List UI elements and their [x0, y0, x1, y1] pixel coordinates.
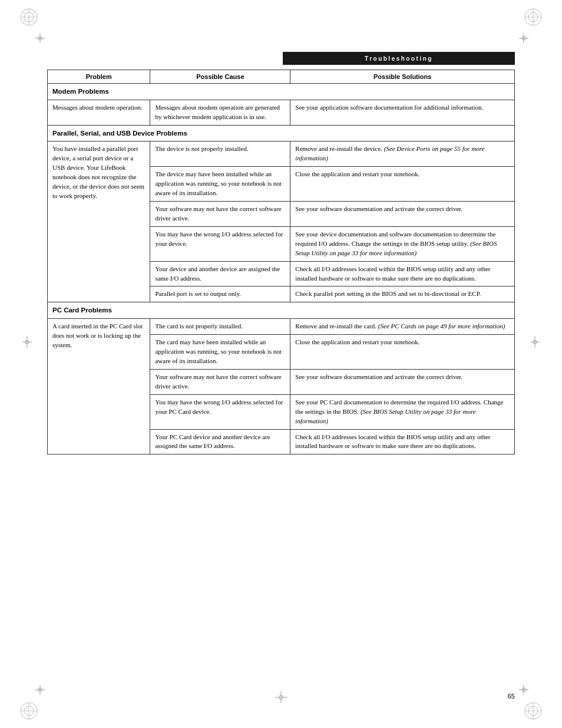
section-label-pccard: PC Card Problems: [48, 302, 515, 319]
troubleshooting-table: Problem Possible Cause Possible Solution…: [47, 70, 515, 454]
solution-cell-pccard-3: See your software documentation and acti…: [290, 369, 515, 394]
solution-cell-pccard-2: Close the application and restart your n…: [290, 335, 515, 370]
cause-cell-parallel-6: Parallel port is set to output only.: [150, 286, 290, 302]
cause-cell-parallel-5: Your device and another device are assig…: [150, 261, 290, 286]
solution-cell-pccard-5: Check all I/O addresses located within t…: [290, 429, 515, 454]
problem-cell-modem: Messages about modem operation.: [48, 100, 150, 125]
solution-italic-4: (See BIOS Setup Utility on page 33 for m…: [295, 240, 497, 256]
solution-italic-pccard-4: (See BIOS Setup Utility on page 33 for m…: [295, 408, 475, 424]
corner-decoration-tr: [522, 6, 544, 28]
bottom-center-marker: [275, 691, 287, 703]
cause-cell-pccard-3: Your software may not have the correct s…: [150, 369, 290, 394]
section-label-parallel: Parallel, Serial, and USB Device Problem…: [48, 125, 515, 141]
header-bar: Troubleshooting: [283, 52, 515, 65]
header-solution: Possible Solutions: [290, 70, 515, 84]
crosshair-br: [518, 684, 530, 696]
cause-cell-pccard-4: You may have the wrong I/O address selec…: [150, 394, 290, 429]
cause-cell-parallel-3: Your software may not have the correct s…: [150, 201, 290, 226]
crosshair-tr: [518, 32, 530, 44]
corner-decoration-bl: [18, 700, 40, 722]
table-row: Messages about modem operation. Messages…: [48, 100, 515, 125]
section-header-parallel: Parallel, Serial, and USB Device Problem…: [48, 125, 515, 141]
page: Troubleshooting Problem Possible Cause P…: [0, 0, 562, 728]
solution-cell-parallel-3: See your software documentation and acti…: [290, 201, 515, 226]
problem-cell-pccard: A card inserted in the PC Card slot does…: [48, 319, 150, 454]
cause-cell-pccard-1: The card is not properly installed.: [150, 319, 290, 335]
side-marker-left-top: [22, 336, 32, 348]
crosshair-tl: [34, 32, 46, 44]
cause-cell-pccard-5: Your PC Card device and another device a…: [150, 429, 290, 454]
cause-cell-parallel-2: The device may have been installed while…: [150, 167, 290, 202]
cause-cell-parallel-1: The device is not properly installed.: [150, 141, 290, 167]
section-header-modem: Modem Problems: [48, 84, 515, 100]
solution-cell-parallel-5: Check all I/O addresses located within t…: [290, 261, 515, 286]
solution-cell-parallel-6: Check parallel port setting in the BIOS …: [290, 286, 515, 302]
solution-italic-1: (See Device Ports on page 55 for more in…: [295, 145, 484, 162]
cause-cell-modem: Messages about modem operation are gener…: [150, 100, 290, 125]
corner-decoration-br: [522, 700, 544, 722]
table-row: You have installed a parallel port devic…: [48, 141, 515, 167]
solution-cell-parallel-1: Remove and re-install the device. (See D…: [290, 141, 515, 167]
cause-cell-pccard-2: The card may have been installed while a…: [150, 335, 290, 370]
table-row: A card inserted in the PC Card slot does…: [48, 319, 515, 335]
solution-cell-parallel-4: See your device documentation and softwa…: [290, 226, 515, 261]
section-header-pccard: PC Card Problems: [48, 302, 515, 319]
header-cause: Possible Cause: [150, 70, 290, 84]
solution-italic-pccard-1: (See PC Cards on page 49 for more inform…: [378, 322, 505, 330]
page-number: 65: [508, 693, 515, 700]
table-header-row: Problem Possible Cause Possible Solution…: [48, 70, 515, 84]
problem-cell-parallel: You have installed a parallel port devic…: [48, 141, 150, 302]
solution-cell-parallel-2: Close the application and restart your n…: [290, 167, 515, 202]
section-label-modem: Modem Problems: [48, 84, 515, 100]
solution-cell-modem: See your application software documentat…: [290, 100, 515, 125]
solution-cell-pccard-1: Remove and re-install the card. (See PC …: [290, 319, 515, 335]
solution-cell-pccard-4: See your PC Card documentation to determ…: [290, 394, 515, 429]
crosshair-bl: [34, 684, 46, 696]
main-content: Problem Possible Cause Possible Solution…: [47, 70, 515, 681]
cause-cell-parallel-4: You may have the wrong I/O address selec…: [150, 226, 290, 261]
corner-decoration-tl: [18, 6, 40, 28]
header-problem: Problem: [48, 70, 150, 84]
header-title: Troubleshooting: [365, 55, 433, 62]
side-marker-right-top: [530, 336, 540, 348]
